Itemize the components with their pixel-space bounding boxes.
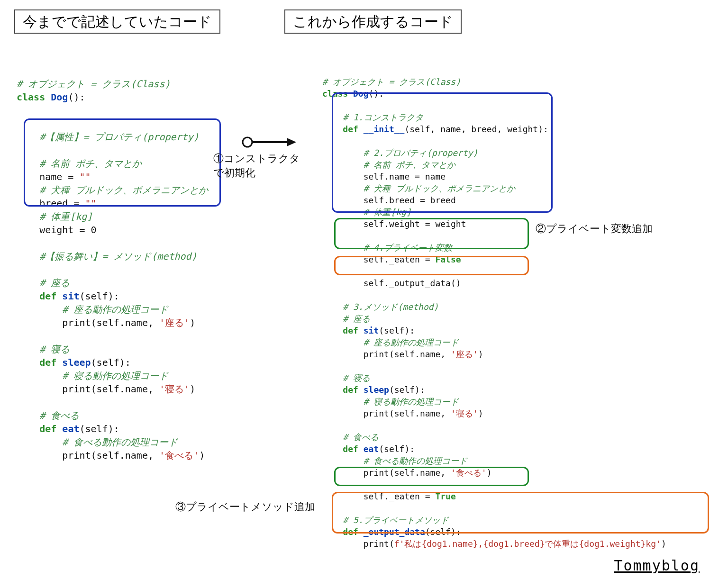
code-line: eat	[56, 423, 79, 434]
code-line: )	[190, 383, 195, 395]
code-line: # 寝る	[17, 344, 70, 355]
code-line: # 寝る動作の処理コード	[17, 370, 168, 381]
code-line: sleep	[56, 357, 91, 368]
annotation-private-var: ②プライベート変数追加	[536, 222, 653, 236]
code-line: def	[39, 423, 56, 434]
code-line: (self):	[79, 423, 119, 434]
outline-right-private-var	[334, 218, 529, 249]
credit-text: Tommyblog	[614, 557, 700, 574]
code-line: (self):	[79, 290, 119, 302]
code-line	[17, 357, 39, 368]
code-line: ():	[68, 91, 85, 103]
code-line: '寝る'	[451, 408, 478, 418]
code-line: (self):	[379, 444, 415, 454]
code-line: def	[343, 444, 358, 454]
code-line: print(self.name,	[17, 383, 159, 395]
code-line: def	[39, 290, 56, 302]
code-line: # 食べる動作の処理コード	[322, 456, 467, 466]
code-line: # 3.メソッド(method)	[322, 302, 438, 312]
code-line: print(self.name,	[322, 349, 451, 359]
code-line: # 座る	[322, 314, 370, 324]
code-line: print(self.name,	[17, 450, 159, 461]
code-line: f'私は{dog1.name},{dog1.breed}で体重は{dog1.we…	[394, 539, 661, 549]
code-line: )	[661, 539, 666, 549]
outline-right-eaten-true	[334, 467, 529, 486]
outline-right-output-call	[334, 256, 529, 275]
code-line: weight = 0	[17, 224, 97, 235]
code-line: '座る'	[159, 317, 190, 328]
code-line: print(	[322, 539, 394, 549]
annotation-constructor-line1: ①コンストラクタ	[213, 152, 300, 166]
code-line: # 座る	[17, 277, 70, 289]
code-line: print(self.name,	[17, 317, 159, 328]
code-line: def	[39, 357, 56, 368]
code-line: '座る'	[451, 349, 478, 359]
title-right: これから作成するコード	[284, 9, 462, 34]
code-line: (self):	[91, 357, 131, 368]
code-line: sit	[56, 290, 79, 302]
outline-right-constructor	[332, 92, 553, 213]
code-line: # 食べる動作の処理コード	[17, 436, 178, 448]
code-line	[322, 444, 343, 454]
annotation-private-method: ③プライベートメソッド追加	[175, 500, 315, 514]
code-line: (self):	[379, 326, 415, 335]
svg-point-0	[243, 137, 252, 147]
code-line: # 食べる	[322, 432, 379, 442]
code-line: def	[343, 385, 358, 395]
code-line: )	[190, 317, 195, 328]
code-line: '寝る'	[159, 383, 190, 395]
svg-marker-2	[287, 138, 296, 146]
code-line: # 座る動作の処理コード	[17, 304, 168, 315]
code-line: # オブジェクト = クラス(Class)	[322, 77, 461, 87]
code-line: '食べる'	[159, 450, 199, 461]
code-line: sleep	[358, 385, 389, 395]
annotation-constructor-line2: で初期化	[213, 166, 255, 180]
code-line: # 寝る	[322, 373, 370, 383]
code-line: print(self.name,	[322, 408, 451, 418]
code-line: def	[343, 326, 358, 335]
code-line: )	[478, 408, 483, 418]
arrow-icon	[242, 135, 299, 149]
title-left: 今までで記述していたコード	[14, 9, 220, 34]
code-line: # 寝る動作の処理コード	[322, 397, 459, 407]
code-line: )	[478, 349, 483, 359]
code-line: # 座る動作の処理コード	[322, 337, 459, 347]
code-line: #【振る舞い】= メソッド(method)	[17, 251, 197, 262]
outline-left-properties	[24, 118, 221, 207]
code-line: eat	[358, 444, 379, 454]
code-line	[322, 385, 343, 395]
code-line: Dog	[45, 91, 68, 103]
code-line: # 食べる	[17, 410, 79, 421]
code-line: class	[17, 91, 45, 103]
code-line	[17, 423, 39, 434]
outline-right-private-method	[332, 492, 709, 534]
code-line: sit	[358, 326, 379, 335]
code-line: )	[199, 450, 205, 461]
code-line: self._output_data()	[322, 278, 461, 288]
code-line: (self):	[389, 385, 425, 395]
code-line: # オブジェクト = クラス(Class)	[17, 78, 171, 90]
code-line	[17, 290, 39, 302]
code-line	[322, 326, 343, 335]
code-line: # 体重[kg]	[17, 211, 92, 222]
